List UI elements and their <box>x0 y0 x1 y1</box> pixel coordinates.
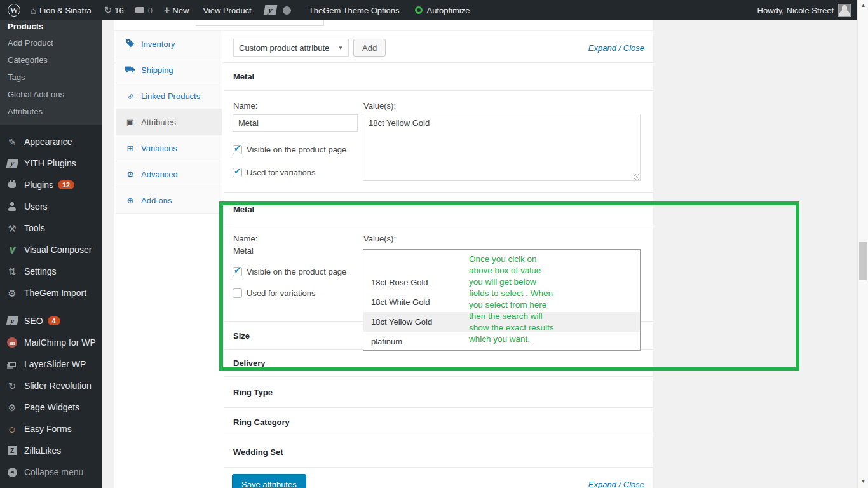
sidebar-item-easy-forms[interactable]: ☺ Easy Forms <box>0 418 102 440</box>
attribute-header-metal-2[interactable]: Metal <box>224 193 653 226</box>
visible-checkbox[interactable] <box>233 145 242 154</box>
account-menu[interactable]: Howdy, Nicole Street <box>757 4 851 17</box>
plug-icon <box>0 182 24 188</box>
variations-checkbox[interactable] <box>233 168 242 177</box>
notification-dot-icon[interactable] <box>283 6 291 15</box>
variations-checkbox-row[interactable]: Used for variations <box>233 168 315 177</box>
sidebar-item-mailchimp[interactable]: m MailChimp for WP <box>0 332 102 353</box>
sidebar-item-yith-plugins[interactable]: y YITH Plugins <box>0 152 102 174</box>
sidebar-item-settings[interactable]: ⇅ Settings <box>0 261 102 282</box>
tab-advanced[interactable]: ⚙ Advanced <box>116 161 222 187</box>
variations-checkbox-row[interactable]: Used for variations <box>233 288 315 298</box>
plus-icon: + <box>164 4 170 16</box>
autoptimize-link[interactable]: Autoptimize <box>400 6 470 15</box>
sidebar-item-tools[interactable]: ⚒ Tools <box>0 217 102 239</box>
sidebar-menu: ✎ Appearance y YITH Plugins Plugins 12 U… <box>0 131 102 483</box>
page-scrollbar[interactable]: ▲ ▼ <box>857 0 868 488</box>
clipped-select-top[interactable] <box>196 20 324 26</box>
gear-icon: ⚙ <box>0 288 24 298</box>
sidebar-item-add-product[interactable]: Add Product <box>0 34 102 51</box>
attribute-values-textarea[interactable]: 18ct Yellow Gold <box>363 114 641 181</box>
add-attribute-button[interactable]: Add <box>353 39 386 57</box>
tab-inventory[interactable]: Inventory <box>116 31 222 57</box>
resize-handle[interactable] <box>634 174 639 180</box>
site-name: Lion & Sinatra <box>39 6 92 15</box>
attribute-header-ring-category[interactable]: Ring Category <box>224 408 653 437</box>
seo-notification-badge: 4 <box>48 316 60 325</box>
sidebar-item-visual-composer[interactable]: V Visual Composer <box>0 239 102 261</box>
view-product-link[interactable]: View Product <box>203 6 251 15</box>
admin-bar: W ⌂ Lion & Sinatra ↻ 16 0 + New View Pro… <box>0 0 857 20</box>
attribute-header-wedding-set[interactable]: Wedding Set <box>224 437 653 468</box>
chain-link-icon: ∞ <box>123 89 137 103</box>
updates-icon: ↻ <box>104 4 112 16</box>
sidebar-item-zillalikes[interactable]: Z ZillaLikes <box>0 440 102 461</box>
mailchimp-icon: m <box>0 337 24 348</box>
sidebar-item-categories[interactable]: Categories <box>0 51 102 69</box>
yoast-seo-icon[interactable]: y <box>263 5 277 15</box>
products-submenu: Products Add Product Categories Tags Glo… <box>0 20 102 125</box>
sidebar-item-products[interactable]: Products <box>0 20 102 34</box>
attribute-name-text: Metal <box>233 246 254 255</box>
save-attributes-button[interactable]: Save attributes <box>232 474 306 488</box>
tab-linked-products[interactable]: ∞ Linked Products <box>116 83 222 109</box>
plus-circle-icon: ⊕ <box>125 196 136 205</box>
visible-checkbox[interactable] <box>233 267 242 276</box>
collapse-menu-button[interactable]: ◀ Collapse menu <box>0 461 102 483</box>
expand-close-links: Expand / Close <box>588 480 644 488</box>
comments-link[interactable]: 0 <box>124 6 153 15</box>
attribute-body-metal-1: Name: Visible on the product page Used f… <box>224 91 653 193</box>
gear-icon: ⚙ <box>125 170 136 179</box>
expand-close-links: Expand / Close <box>588 43 644 53</box>
variations-checkbox[interactable] <box>233 288 242 298</box>
wrench-icon: ⚒ <box>0 224 24 233</box>
sidebar-item-global-addons[interactable]: Global Add-ons <box>0 86 102 103</box>
thegem-theme-options-link[interactable]: TheGem Theme Options <box>309 6 400 15</box>
wordpress-logo-icon[interactable]: W <box>8 4 20 17</box>
tab-attributes[interactable]: ▣ Attributes <box>116 109 222 135</box>
attribute-header-metal-1[interactable]: Metal <box>224 63 653 91</box>
sidebar-item-tags[interactable]: Tags <box>0 69 102 86</box>
avatar[interactable] <box>838 4 851 17</box>
name-label: Name: <box>233 234 257 243</box>
autoptimize-label: Autoptimize <box>427 6 470 15</box>
visible-checkbox-row[interactable]: Visible on the product page <box>233 145 346 154</box>
yoast-seo-icon: y <box>0 316 24 325</box>
scrollbar-thumb[interactable] <box>859 242 867 280</box>
tab-shipping[interactable]: Shipping <box>116 57 222 83</box>
attribute-header-delivery[interactable]: Delivery <box>224 350 653 377</box>
expand-link[interactable]: Expand <box>588 43 616 53</box>
sidebar-item-appearance[interactable]: ✎ Appearance <box>0 131 102 152</box>
scroll-up-icon[interactable]: ▲ <box>858 3 868 8</box>
new-content-link[interactable]: + New <box>153 4 189 16</box>
expand-link[interactable]: Expand <box>588 480 616 488</box>
close-link[interactable]: Close <box>623 480 644 488</box>
updates-count: 16 <box>114 6 123 15</box>
zillalikes-icon: Z <box>0 446 24 455</box>
attribute-header-ring-type[interactable]: Ring Type <box>224 377 653 408</box>
sidebar-item-page-widgets[interactable]: ⚙ Page Widgets <box>0 396 102 418</box>
plugins-update-badge: 12 <box>58 180 74 189</box>
visual-composer-icon: V <box>0 245 24 255</box>
sidebar-item-attributes[interactable]: Attributes <box>0 103 102 120</box>
sidebar-item-plugins[interactable]: Plugins 12 <box>0 174 102 196</box>
product-data-panel: Custom product attribute ▼ Add Expand / … <box>114 20 653 488</box>
grid-icon: ⊞ <box>125 144 136 152</box>
sidebar-item-seo[interactable]: y SEO 4 <box>0 310 102 332</box>
values-label: Value(s): <box>363 234 396 243</box>
sidebar-item-users[interactable]: Users <box>0 196 102 217</box>
person-icon <box>0 202 24 211</box>
visible-checkbox-row[interactable]: Visible on the product page <box>233 267 346 276</box>
attribute-name-input[interactable] <box>233 114 358 132</box>
annotation-text: Once you clcik on above box of value you… <box>469 254 554 345</box>
updates-link[interactable]: ↻ 16 <box>92 4 124 16</box>
sidebar-item-thegem-import[interactable]: ⚙ TheGem Import <box>0 282 102 304</box>
tab-variations[interactable]: ⊞ Variations <box>116 135 222 161</box>
scroll-down-icon[interactable]: ▼ <box>858 478 868 484</box>
sidebar-item-layerslider[interactable]: LayerSlider WP <box>0 353 102 375</box>
site-name-link[interactable]: ⌂ Lion & Sinatra <box>20 5 92 16</box>
close-link[interactable]: Close <box>623 43 644 53</box>
tab-addons[interactable]: ⊕ Add-ons <box>116 187 222 214</box>
sidebar-item-slider-revolution[interactable]: ↻ Slider Revolution <box>0 375 102 396</box>
attribute-type-select[interactable]: Custom product attribute ▼ <box>233 39 349 57</box>
